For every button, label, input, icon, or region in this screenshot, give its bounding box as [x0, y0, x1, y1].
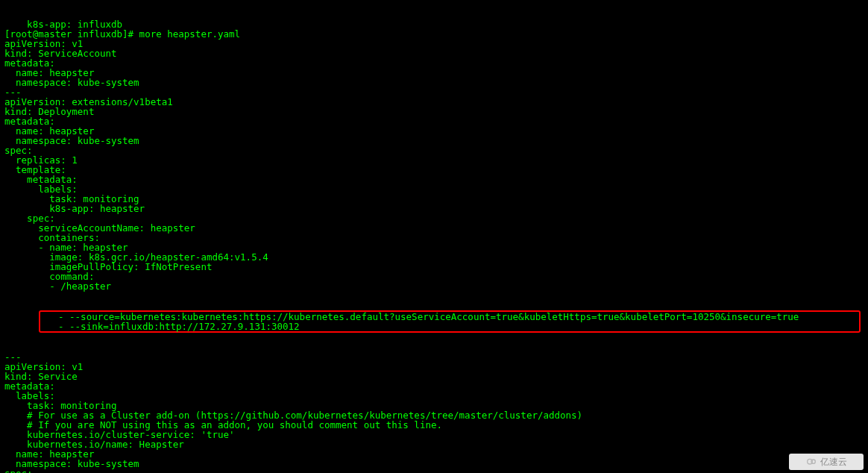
- terminal-line: namespace: kube-system: [4, 459, 864, 469]
- terminal-line: spec:: [4, 145, 864, 155]
- terminal-line: metadata:: [4, 58, 864, 68]
- terminal-line: replicas: 1: [4, 155, 864, 165]
- terminal-line: namespace: kube-system: [4, 78, 864, 87]
- terminal-output-bottom: ---apiVersion: v1kind: Servicemetadata: …: [4, 352, 864, 473]
- terminal-line: ---: [4, 352, 864, 362]
- terminal-line: imagePullPolicy: IfNotPresent: [4, 262, 864, 272]
- terminal-line: command:: [4, 272, 864, 281]
- terminal-line: - /heapster: [4, 281, 864, 291]
- terminal-line: kubernetes.io/name: Heapster: [4, 439, 864, 449]
- terminal-line: kind: Service: [4, 372, 864, 381]
- terminal-output-top: k8s-app: influxdb[root@master influxdb]#…: [4, 19, 864, 291]
- terminal-line: namespace: kube-system: [4, 136, 864, 145]
- terminal-line: apiVersion: v1: [4, 39, 864, 48]
- watermark-badge: 亿速云: [789, 454, 864, 470]
- terminal-line: [root@master influxdb]# more heapster.ya…: [4, 29, 864, 39]
- terminal-line: metadata:: [4, 381, 864, 391]
- terminal-line: metadata:: [4, 175, 864, 184]
- cloud-icon: [805, 455, 817, 469]
- highlight-annotation-box: - --source=kubernetes:kubernetes:https:/…: [39, 310, 861, 333]
- terminal-line: apiVersion: extensions/v1beta1: [4, 97, 864, 107]
- terminal-window[interactable]: k8s-app: influxdb[root@master influxdb]#…: [0, 0, 868, 473]
- terminal-line: labels:: [4, 391, 864, 401]
- terminal-line: k8s-app: heapster: [4, 204, 864, 213]
- terminal-line: kind: ServiceAccount: [4, 48, 864, 58]
- terminal-line: template:: [4, 165, 864, 175]
- terminal-line: kind: Deployment: [4, 107, 864, 116]
- terminal-line: apiVersion: v1: [4, 362, 864, 372]
- terminal-line: containers:: [4, 233, 864, 242]
- terminal-line: serviceAccountName: heapster: [4, 223, 864, 233]
- terminal-line: - --sink=influxdb:http://172.27.9.131:30…: [40, 322, 859, 331]
- terminal-line: metadata:: [4, 116, 864, 126]
- watermark-text: 亿速云: [820, 457, 847, 467]
